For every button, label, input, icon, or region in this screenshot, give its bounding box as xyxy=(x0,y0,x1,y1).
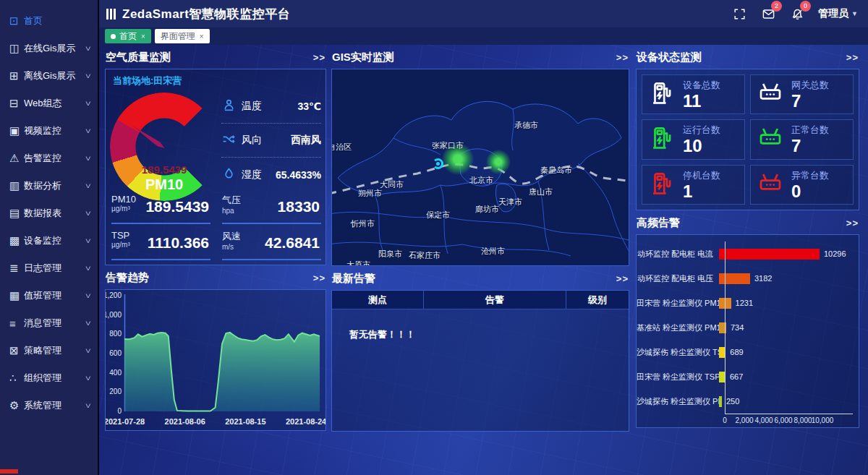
freq-bar-label: 沙城探伤 粉尘监测仪 TSP xyxy=(637,347,719,358)
freq-bar-value: 734 xyxy=(731,323,744,332)
map-city-label: 忻州市 xyxy=(351,218,375,229)
sidebar-item-2[interactable]: ◫在线Gis展示˅ xyxy=(0,35,98,62)
sidebar-item-3[interactable]: ⊞离线Gis展示˅ xyxy=(0,62,98,90)
tab-close-icon[interactable]: × xyxy=(141,33,145,40)
online-gis-icon: ◫ xyxy=(9,42,24,55)
sidebar-item-9[interactable]: ▩设备监控˅ xyxy=(0,227,98,254)
freq-bar-track: 689 xyxy=(719,347,859,358)
current-site-label: 当前场地:田宋营 xyxy=(113,74,182,87)
svg-text:800: 800 xyxy=(109,330,122,338)
freq-bar-label: 沙城探伤 粉尘监测仪 PM10 xyxy=(637,396,719,407)
scrollbar-thumb[interactable] xyxy=(0,469,18,474)
chevron-down-icon: ˅ xyxy=(85,347,91,355)
sidebar-item-8[interactable]: ▤数据报表˅ xyxy=(0,200,98,227)
humidity-icon xyxy=(221,166,242,184)
gis-panel-more-link[interactable]: >> xyxy=(616,52,629,63)
trend-panel-more-link[interactable]: >> xyxy=(313,273,326,283)
sidebar-item-6[interactable]: ⚠告警监控˅ xyxy=(0,145,98,172)
svg-text:1,200: 1,200 xyxy=(106,291,122,299)
freq-bar[interactable] xyxy=(719,396,722,407)
sidebar-item-10[interactable]: ≣日志管理˅ xyxy=(0,254,98,282)
data-report-icon: ▤ xyxy=(9,207,24,220)
freq-bar-row: 田宋营 粉尘监测仪 TSP667 xyxy=(637,364,859,389)
freq-bar-label: 田宋营 粉尘监测仪 TSP xyxy=(637,372,719,382)
device-cell-label: 异常台数 xyxy=(791,169,829,182)
sidebar-item-4[interactable]: ⊟Web组态˅ xyxy=(0,90,98,117)
gateway-icon xyxy=(757,170,784,200)
metric-value: 18330 xyxy=(278,198,320,215)
sidebar-item-5[interactable]: ▣视频监控˅ xyxy=(0,117,98,145)
sidebar-item-13[interactable]: ⊠策略管理˅ xyxy=(0,337,98,364)
map-city-label: 承德市 xyxy=(514,120,538,131)
device-cell-info: 停机台数1 xyxy=(683,169,720,200)
sidebar-item-11[interactable]: ▦值班管理˅ xyxy=(0,282,98,309)
alarm-empty-text: 暂无告警！！！ xyxy=(332,309,629,341)
home-monitor-icon: ⊡ xyxy=(9,14,24,27)
svg-text:2021-08-06: 2021-08-06 xyxy=(165,417,205,426)
metric-value: 189.5439 xyxy=(145,198,209,215)
sidebar-item-14[interactable]: ∴组织管理˅ xyxy=(0,364,98,392)
freq-bar-track: 1231 xyxy=(719,298,859,309)
gauge-metric-label: PM10 xyxy=(110,176,218,193)
log-manage-icon: ≣ xyxy=(9,262,24,275)
tab-label: 界面管理 xyxy=(161,30,195,43)
sidebar-item-15[interactable]: ⚙系统管理˅ xyxy=(0,392,98,419)
air-row-value: 65.4633% xyxy=(276,169,321,181)
device-status-cell: 停机台数1 xyxy=(642,165,745,205)
mail-icon[interactable]: 2 xyxy=(760,6,776,22)
svg-text:600: 600 xyxy=(109,349,122,357)
strategy-manage-icon: ⊠ xyxy=(9,344,24,357)
latest-panel-more-link[interactable]: >> xyxy=(616,273,629,284)
sidebar-item-label: 告警监控 xyxy=(24,152,86,165)
chevron-down-icon: ˅ xyxy=(85,182,91,190)
svg-text:2021-08-15: 2021-08-15 xyxy=(225,417,265,426)
site-glow-marker[interactable] xyxy=(486,150,511,174)
loading-spinner-marker[interactable] xyxy=(433,158,443,169)
freq-bar[interactable] xyxy=(719,273,750,284)
sidebar-item-1[interactable]: ⊡首页 xyxy=(0,7,98,35)
freq-axis-tick-label: 4,000 xyxy=(754,416,773,424)
person-icon xyxy=(221,98,242,115)
freq-bar-track: 250 xyxy=(719,396,859,407)
freq-bar-label: 田宋营 粉尘监测仪 PM10 xyxy=(637,298,719,309)
map-city-label: 北京市 xyxy=(469,175,493,186)
device-cell-value: 11 xyxy=(683,92,720,110)
freq-panel-more-link[interactable]: >> xyxy=(846,218,859,228)
air-panel-more-link[interactable]: >> xyxy=(313,52,326,63)
air-panel: 当前场地:田宋营 189.5439 PM10 温度33℃风向西南风湿度65.46… xyxy=(105,69,326,265)
sidebar-item-7[interactable]: ▥数据分析˅ xyxy=(0,172,98,200)
device-cell-info: 正常台数7 xyxy=(791,124,829,155)
gis-panel-title: GIS实时监测 xyxy=(332,51,394,64)
device-cell-value: 10 xyxy=(683,137,720,155)
sidebar-item-label: 在线Gis展示 xyxy=(24,42,86,55)
map-city-label: 保定市 xyxy=(426,210,450,221)
tab-2[interactable]: 界面管理× xyxy=(155,29,210,43)
alarm-column-header: 级别 xyxy=(566,291,629,309)
sidebar-item-12[interactable]: ≡消息管理˅ xyxy=(0,309,98,337)
device-panel-more-link[interactable]: >> xyxy=(846,52,859,63)
device-status-cell: 异常台数0 xyxy=(750,165,854,205)
freq-bar-rows: 动环监控 配电柜 电流10296动环监控 配电柜 电压3182田宋营 粉尘监测仪… xyxy=(637,241,859,414)
device-cell-value: 7 xyxy=(791,137,829,155)
page-title: ZedaSmart智慧物联监控平台 xyxy=(122,6,290,22)
map-city-label: 石家庄市 xyxy=(409,250,441,261)
sidebar-item-label: 数据报表 xyxy=(24,207,86,220)
map-borders xyxy=(332,69,629,265)
tab-1[interactable]: 首页× xyxy=(105,29,151,43)
user-menu[interactable]: 管理员 ▼ xyxy=(818,7,858,20)
bell-mute-icon[interactable]: 0 xyxy=(789,6,805,22)
freq-bar-value: 3182 xyxy=(754,274,772,283)
menu-bars-icon[interactable] xyxy=(106,9,116,20)
tab-close-icon[interactable]: × xyxy=(200,33,204,40)
freq-bar-label: 基准站 粉尘监测仪 PM10 xyxy=(637,322,719,333)
gis-map[interactable]: 承德市张家口市自治区秦皇岛市大同市朔州市北京市唐山市天津市廊坊市保定市忻州市沧州… xyxy=(331,69,629,266)
sidebar: ⊡首页◫在线Gis展示˅⊞离线Gis展示˅⊟Web组态˅▣视频监控˅⚠告警监控˅… xyxy=(0,0,98,475)
chevron-down-icon: ˅ xyxy=(85,155,91,163)
svg-text:400: 400 xyxy=(109,369,122,377)
freq-bar-value: 689 xyxy=(730,348,743,356)
sidebar-items: ⊡首页◫在线Gis展示˅⊞离线Gis展示˅⊟Web组态˅▣视频监控˅⚠告警监控˅… xyxy=(0,7,98,419)
freq-bar[interactable] xyxy=(719,249,820,260)
chevron-down-icon: ˅ xyxy=(85,320,91,328)
gauge-value: 189.5439 xyxy=(110,163,218,176)
fullscreen-icon[interactable] xyxy=(731,6,747,22)
